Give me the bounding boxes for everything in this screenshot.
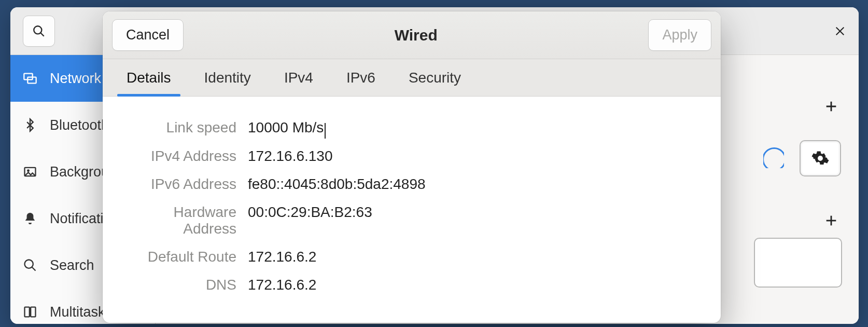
link-speed-value: 10000 Mb/s: [248, 119, 326, 137]
svg-point-0: [34, 26, 41, 34]
svg-line-1: [40, 33, 44, 36]
wired-connection-dialog: Cancel Wired Apply Details Identity IPv4…: [103, 11, 721, 323]
vpn-empty-box: [754, 238, 842, 288]
text-caret: [325, 123, 326, 139]
sidebar-item-label: Network: [50, 71, 101, 87]
default-route-value: 172.16.6.2: [248, 249, 316, 265]
tab-ipv4[interactable]: IPv4: [268, 59, 330, 96]
tab-ipv6[interactable]: IPv6: [330, 59, 392, 96]
svg-point-8: [25, 260, 33, 268]
ipv4-address-label: IPv4 Address: [118, 148, 248, 165]
hardware-address-value: 00:0C:29:BA:B2:63: [248, 204, 372, 221]
multitasking-icon: [22, 304, 38, 320]
dialog-title: Wired: [184, 26, 648, 44]
network-icon: [22, 70, 38, 87]
tab-security[interactable]: Security: [392, 59, 478, 96]
connection-toggle[interactable]: [763, 147, 784, 168]
sidebar-item-label: Search: [50, 257, 94, 274]
sidebar-item-label: Bluetooth: [50, 117, 109, 133]
ipv4-address-value: 172.16.6.130: [248, 148, 333, 165]
hardware-address-label: Hardware Address: [118, 204, 248, 237]
dns-label: DNS: [118, 277, 248, 293]
search-button[interactable]: [23, 16, 55, 47]
add-vpn-button[interactable]: [821, 211, 841, 230]
dns-value: 172.16.6.2: [248, 277, 316, 293]
add-wired-button[interactable]: [821, 97, 841, 116]
svg-line-9: [32, 267, 36, 271]
background-icon: [22, 164, 38, 180]
bluetooth-icon: [22, 117, 38, 133]
dialog-tabs: Details Identity IPv4 IPv6 Security: [103, 59, 721, 97]
cancel-button[interactable]: Cancel: [112, 19, 184, 51]
bell-icon: [22, 210, 38, 227]
svg-rect-10: [25, 307, 30, 317]
gear-icon: [811, 149, 829, 167]
svg-point-7: [27, 170, 30, 172]
close-icon: [834, 25, 846, 37]
apply-button[interactable]: Apply: [648, 19, 711, 51]
plus-icon: [824, 99, 838, 114]
dialog-header: Cancel Wired Apply: [103, 11, 721, 59]
tab-identity[interactable]: Identity: [188, 59, 268, 96]
default-route-label: Default Route: [118, 249, 248, 265]
connection-settings-button[interactable]: [800, 140, 841, 176]
details-panel: Link speed 10000 Mb/s IPv4 Address 172.1…: [103, 97, 721, 323]
link-speed-label: Link speed: [118, 119, 248, 136]
close-button[interactable]: [834, 25, 846, 37]
tab-details[interactable]: Details: [110, 59, 188, 96]
search-icon: [32, 24, 46, 38]
svg-rect-11: [31, 307, 35, 317]
plus-icon: [824, 213, 838, 228]
ipv6-address-value: fe80::4045:8d0b:5da2:4898: [248, 176, 426, 193]
ipv6-address-label: IPv6 Address: [118, 176, 248, 193]
search-icon: [22, 257, 38, 274]
